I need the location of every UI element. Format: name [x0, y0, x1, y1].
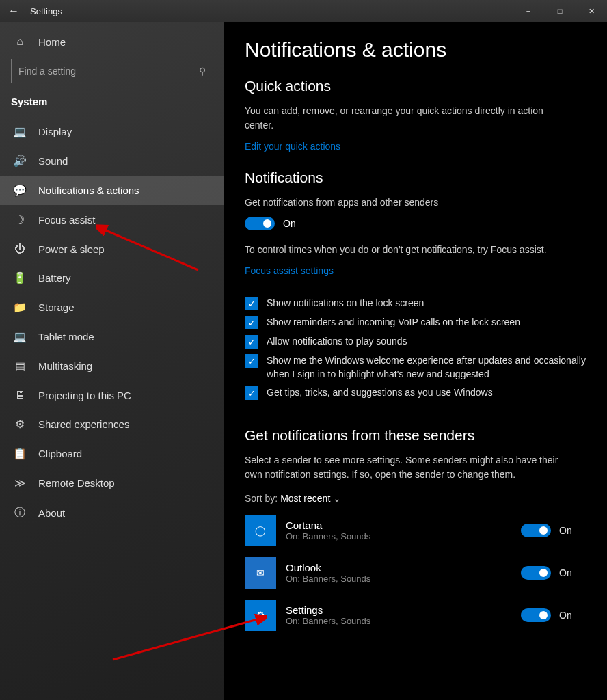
sender-row-outlook[interactable]: ✉ OutlookOn: Banners, Sounds On: [245, 557, 586, 589]
sidebar-item-label: Storage: [38, 301, 75, 313]
checkbox-icon: ✓: [245, 335, 258, 349]
checkbox-icon: ✓: [245, 386, 258, 400]
minimize-button[interactable]: −: [513, 0, 544, 22]
check-welcome-experience[interactable]: ✓Show me the Windows welcome experience …: [245, 354, 586, 381]
info-icon: ⓘ: [11, 506, 29, 520]
sender-row-settings[interactable]: ⚙ SettingsOn: Banners, Sounds On: [245, 600, 586, 631]
home-icon: ⌂: [11, 36, 29, 48]
sidebar-item-tablet-mode[interactable]: 💻Tablet mode: [0, 322, 224, 351]
sidebar-item-label: Notifications & actions: [38, 185, 139, 196]
quick-actions-desc: You can add, remove, or rearrange your q…: [245, 104, 573, 133]
sender-state: On: [559, 610, 586, 621]
sidebar-item-sound[interactable]: 🔊Sound: [0, 146, 224, 176]
search-placeholder: Find a setting: [18, 66, 76, 77]
sort-label: Sort by:: [245, 493, 278, 504]
sort-by-row[interactable]: Sort by: Most recent ⌄: [245, 493, 586, 504]
sender-toggle[interactable]: [521, 524, 551, 537]
check-reminders-voip[interactable]: ✓Show reminders and incoming VoIP calls …: [245, 316, 586, 329]
sender-toggle[interactable]: [521, 566, 551, 580]
checkbox-icon: ✓: [245, 316, 258, 329]
sidebar-home-label: Home: [38, 36, 66, 48]
storage-icon: 📁: [11, 301, 29, 314]
tablet-icon: 💻: [11, 330, 29, 343]
sidebar-item-shared-experiences[interactable]: ⚙Shared experiences: [0, 409, 224, 439]
checkbox-label: Show reminders and incoming VoIP calls o…: [267, 316, 520, 329]
battery-icon: 🔋: [11, 271, 29, 284]
sidebar-item-label: Remote Desktop: [38, 477, 115, 489]
sender-state: On: [559, 525, 586, 536]
page-title: Notifications & actions: [245, 38, 586, 62]
projecting-icon: 🖥: [11, 389, 29, 401]
window-title: Settings: [27, 6, 513, 16]
window-controls: − □ ✕: [513, 0, 607, 22]
get-notifications-toggle-row: On: [245, 217, 586, 230]
cortana-icon: ◯: [245, 515, 276, 546]
notifications-icon: 💬: [11, 184, 29, 197]
checkbox-icon: ✓: [245, 297, 258, 310]
power-icon: ⏻: [11, 243, 29, 255]
search-input[interactable]: Find a setting ⚲: [11, 59, 213, 83]
sender-sub: On: Banners, Sounds: [286, 616, 521, 626]
sender-state: On: [559, 567, 586, 578]
get-notifications-toggle[interactable]: [245, 217, 275, 230]
sidebar-home[interactable]: ⌂ Home: [0, 27, 224, 56]
sidebar-item-storage[interactable]: 📁Storage: [0, 293, 224, 322]
checkbox-label: Show notifications on the lock screen: [267, 297, 424, 310]
sender-name: Cortana: [286, 520, 521, 531]
toggle-state: On: [283, 218, 296, 229]
sidebar-section-label: System: [0, 90, 224, 117]
sidebar: ⌂ Home Find a setting ⚲ System 💻Display …: [0, 22, 224, 700]
chevron-down-icon: ⌄: [333, 493, 341, 504]
sidebar-item-battery[interactable]: 🔋Battery: [0, 263, 224, 293]
sender-name: Outlook: [286, 562, 521, 574]
settings-icon: ⚙: [245, 600, 276, 631]
sidebar-item-power-sleep[interactable]: ⏻Power & sleep: [0, 234, 224, 263]
sidebar-item-label: Battery: [38, 272, 71, 284]
sender-sub: On: Banners, Sounds: [286, 574, 521, 584]
sidebar-item-about[interactable]: ⓘAbout: [0, 498, 224, 528]
checkbox-label: Show me the Windows welcome experience a…: [267, 354, 586, 381]
search-icon: ⚲: [199, 66, 206, 77]
check-tips[interactable]: ✓Get tips, tricks, and suggestions as yo…: [245, 386, 586, 400]
sidebar-item-clipboard[interactable]: 📋Clipboard: [0, 439, 224, 468]
focus-assist-settings-link[interactable]: Focus assist settings: [245, 265, 334, 276]
sidebar-item-multitasking[interactable]: ▤Multitasking: [0, 351, 224, 381]
check-lock-screen[interactable]: ✓Show notifications on the lock screen: [245, 297, 586, 310]
sidebar-item-label: Tablet mode: [38, 331, 94, 342]
display-icon: 💻: [11, 125, 29, 138]
edit-quick-actions-link[interactable]: Edit your quick actions: [245, 141, 340, 152]
sidebar-item-remote-desktop[interactable]: ≫Remote Desktop: [0, 468, 224, 498]
titlebar: ← Settings − □ ✕: [0, 0, 607, 22]
maximize-button[interactable]: □: [544, 0, 576, 22]
sidebar-item-label: Focus assist: [38, 214, 95, 226]
sender-sub: On: Banners, Sounds: [286, 531, 521, 541]
remote-desktop-icon: ≫: [11, 476, 29, 489]
senders-desc: Select a sender to see more settings. So…: [245, 453, 573, 482]
sort-value: Most recent: [280, 493, 330, 504]
sidebar-item-label: Projecting to this PC: [38, 390, 131, 401]
sidebar-item-display[interactable]: 💻Display: [0, 117, 224, 146]
clipboard-icon: 📋: [11, 447, 29, 460]
checkbox-label: Allow notifications to play sounds: [267, 335, 407, 349]
sidebar-item-label: Clipboard: [38, 448, 82, 459]
sidebar-item-label: Multitasking: [38, 360, 92, 372]
sidebar-item-projecting[interactable]: 🖥Projecting to this PC: [0, 381, 224, 409]
sidebar-item-notifications[interactable]: 💬Notifications & actions: [0, 176, 224, 205]
sidebar-item-focus-assist[interactable]: ☽Focus assist: [0, 205, 224, 234]
settings-window: ← Settings − □ ✕ ⌂ Home Find a setting ⚲…: [0, 0, 607, 700]
senders-title: Get notifications from these senders: [245, 427, 586, 444]
sidebar-item-label: Shared experiences: [38, 418, 129, 430]
close-button[interactable]: ✕: [576, 0, 607, 22]
checkbox-icon: ✓: [245, 354, 258, 368]
sender-name: Settings: [286, 604, 521, 616]
shared-icon: ⚙: [11, 418, 29, 431]
sidebar-item-label: About: [38, 507, 65, 519]
check-play-sounds[interactable]: ✓Allow notifications to play sounds: [245, 335, 586, 349]
sidebar-item-label: Sound: [38, 155, 68, 167]
quick-actions-title: Quick actions: [245, 78, 586, 94]
sender-toggle[interactable]: [521, 608, 551, 622]
sender-row-cortana[interactable]: ◯ CortanaOn: Banners, Sounds On: [245, 515, 586, 546]
checkbox-label: Get tips, tricks, and suggestions as you…: [267, 386, 493, 400]
content-pane: Notifications & actions Quick actions Yo…: [224, 22, 607, 700]
back-button[interactable]: ←: [0, 5, 27, 17]
